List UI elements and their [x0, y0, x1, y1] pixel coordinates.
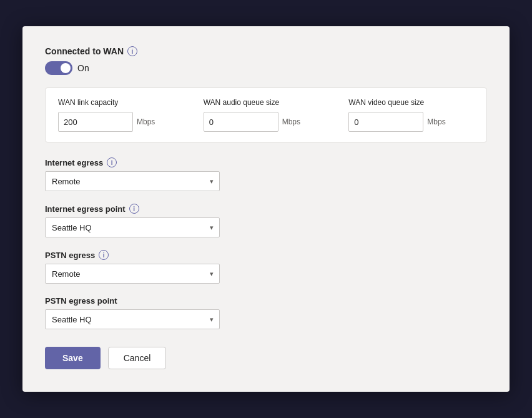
- pstn-egress-point-select[interactable]: Seattle HQ New York Chicago: [45, 309, 220, 329]
- internet-egress-point-label-row: Internet egress point i: [45, 204, 487, 214]
- wan-audio-queue-input-row: Mbps: [204, 112, 329, 132]
- internet-egress-point-select[interactable]: Seattle HQ New York Chicago: [45, 217, 220, 237]
- toggle-row: On: [45, 61, 487, 75]
- connected-wan-toggle[interactable]: [45, 61, 72, 75]
- wan-fields-box: WAN link capacity Mbps WAN audio queue s…: [45, 87, 487, 142]
- wan-link-capacity-input-row: Mbps: [58, 112, 184, 132]
- toggle-label: On: [77, 63, 89, 73]
- wan-link-capacity-unit: Mbps: [137, 117, 155, 126]
- wan-video-queue-unit: Mbps: [427, 117, 445, 126]
- wan-video-queue-field: WAN video queue size Mbps: [348, 98, 474, 132]
- connected-wan-row: Connected to WAN i: [45, 46, 487, 56]
- pstn-egress-label-row: PSTN egress i: [45, 250, 487, 260]
- internet-egress-point-label: Internet egress point: [45, 204, 126, 214]
- pstn-egress-point-label-row: PSTN egress point: [45, 296, 487, 306]
- main-window: Connected to WAN i On WAN link capacity …: [22, 26, 510, 392]
- pstn-egress-point-section: PSTN egress point Seattle HQ New York Ch…: [45, 296, 487, 329]
- internet-egress-point-select-wrapper: Seattle HQ New York Chicago ▾: [45, 217, 220, 237]
- wan-audio-queue-label: WAN audio queue size: [204, 98, 329, 107]
- wan-video-queue-input[interactable]: [348, 112, 423, 132]
- pstn-egress-point-select-wrapper: Seattle HQ New York Chicago ▾: [45, 309, 220, 329]
- internet-egress-point-section: Internet egress point i Seattle HQ New Y…: [45, 204, 487, 237]
- wan-video-queue-label: WAN video queue size: [348, 98, 474, 107]
- internet-egress-info-icon[interactable]: i: [107, 157, 117, 167]
- cancel-button[interactable]: Cancel: [108, 347, 167, 369]
- wan-audio-queue-field: WAN audio queue size Mbps: [204, 98, 329, 132]
- wan-audio-queue-unit: Mbps: [282, 117, 300, 126]
- pstn-egress-point-label: PSTN egress point: [45, 296, 117, 306]
- wan-audio-queue-input[interactable]: [204, 112, 278, 132]
- button-row: Save Cancel: [45, 347, 487, 369]
- pstn-egress-label: PSTN egress: [45, 251, 95, 260]
- internet-egress-label-row: Internet egress i: [45, 157, 487, 167]
- wan-video-queue-input-row: Mbps: [348, 112, 474, 132]
- wan-link-capacity-input[interactable]: [58, 112, 133, 132]
- connected-wan-info-icon[interactable]: i: [127, 46, 137, 56]
- internet-egress-point-info-icon[interactable]: i: [129, 204, 139, 214]
- connected-wan-label: Connected to WAN: [45, 46, 124, 56]
- save-button[interactable]: Save: [45, 347, 101, 369]
- internet-egress-section: Internet egress i Remote Local Optimized…: [45, 157, 487, 191]
- wan-link-capacity-label: WAN link capacity: [58, 98, 184, 107]
- pstn-egress-info-icon[interactable]: i: [99, 250, 109, 260]
- internet-egress-label: Internet egress: [45, 158, 103, 167]
- internet-egress-select-wrapper: Remote Local Optimized ▾: [45, 171, 220, 191]
- pstn-egress-select-wrapper: Remote Local Optimized ▾: [45, 264, 220, 284]
- pstn-egress-section: PSTN egress i Remote Local Optimized ▾: [45, 250, 487, 284]
- wan-link-capacity-field: WAN link capacity Mbps: [58, 98, 184, 132]
- internet-egress-select[interactable]: Remote Local Optimized: [45, 171, 220, 191]
- pstn-egress-select[interactable]: Remote Local Optimized: [45, 264, 220, 284]
